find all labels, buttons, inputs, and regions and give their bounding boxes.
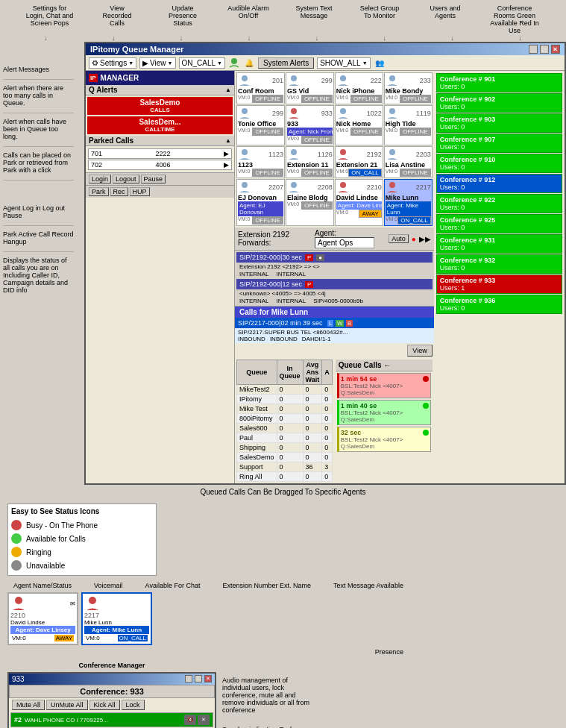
agent-cell-1119[interactable]: 1119 High Tide VM:0 OFFLINE xyxy=(384,105,433,145)
agent-cell-299[interactable]: 299 GS Vid VM:0 OFFLINE xyxy=(286,72,334,104)
settings-dropdown[interactable]: ⚙ Settings xyxy=(89,57,136,69)
view-dropdown[interactable]: ▶ View xyxy=(139,57,175,69)
barge-btn[interactable]: B xyxy=(346,320,353,327)
agent-cell-tonie[interactable]: 299 Tonie Office VM:0 OFFLINE xyxy=(236,105,285,145)
queue-row[interactable]: Shipping000 xyxy=(237,443,333,453)
logout-btn[interactable]: Logout xyxy=(113,175,139,183)
conf-room-932[interactable]: Conference # 932 Users: 0 xyxy=(436,254,562,274)
record-btn[interactable]: Rec xyxy=(110,187,128,196)
agent-cell-2217[interactable]: 2217 Mike Lunn Agent: Mike Lunn VM:0 ON_… xyxy=(384,179,433,226)
queue-row[interactable]: Support0363 xyxy=(237,462,333,472)
queue-row[interactable]: IPitomy000 xyxy=(237,395,333,404)
queued-call-1[interactable]: 1 min 54 se BSL:Test2 Nick <4007> Q:Sale… xyxy=(337,373,431,398)
conf-room-907[interactable]: Conference # 907 Users: 0 xyxy=(436,134,562,153)
agent-cell-2208[interactable]: 2208 Elaine Blodg VM:0 OFFLINE xyxy=(286,179,334,226)
agent-cell-222[interactable]: 222 Nick iPhone VM:0 OFFLINE xyxy=(335,72,383,104)
kick-btn-2[interactable]: ✕ xyxy=(198,715,210,725)
call-park-btn-2[interactable]: P xyxy=(305,281,313,288)
agent-cell-2210[interactable]: 2210 David Lindse Agent: Dave Linsey VM:… xyxy=(335,179,383,226)
whisper-btn[interactable]: W xyxy=(336,320,345,327)
call-rec-btn[interactable]: ● xyxy=(316,254,324,261)
conf-room-910[interactable]: Conference # 910 Users: 0 xyxy=(436,154,562,173)
conf-annotations: Audio management of individual users, lo… xyxy=(222,662,312,728)
maximize-button[interactable]: □ xyxy=(540,45,549,54)
queue-row[interactable]: Paul000 xyxy=(237,433,333,443)
conf-room-925[interactable]: Conference # 925 Users: 0 xyxy=(436,214,562,233)
conf-room-931[interactable]: Conference # 931 Users: 0 xyxy=(436,234,562,254)
agent-cell-933[interactable]: 933 933 Agent: Nick From|h... VM:0 OFFLI… xyxy=(286,105,334,145)
conf-room-903[interactable]: Conference # 903 Users: 0 xyxy=(436,113,562,133)
conf-room-936[interactable]: Conference # 936 Users: 0 xyxy=(436,295,562,314)
park-slot-2[interactable]: 702 4006 ▶ xyxy=(88,160,232,170)
mute-btn-2[interactable]: 🔇 xyxy=(184,715,196,725)
on-call-dropdown[interactable]: ON_CALL xyxy=(179,57,226,69)
close-button[interactable]: ✕ xyxy=(551,45,560,54)
queued-call-2[interactable]: 1 min 40 se BSL:Test2 Nick <4007> Q:Sale… xyxy=(337,400,431,425)
conf-max-btn[interactable]: □ xyxy=(195,675,202,682)
conf-room-912[interactable]: Conference # 912 Users: 0 xyxy=(436,174,562,193)
selected-call-row[interactable]: SIP/2217-000|02 min 39 sec L W B xyxy=(235,318,434,328)
call-row-2[interactable]: SIP/2192-000|12 sec P xyxy=(236,279,433,289)
agent-input[interactable] xyxy=(315,237,374,248)
queued-call-3[interactable]: 32 sec BSL:Test2 Nick <4007> Q:SalesDem xyxy=(337,427,431,452)
alarm-icon[interactable]: 🔔 xyxy=(243,57,255,69)
alert-item-1[interactable]: SalesDemo CALLS xyxy=(87,97,233,115)
svg-point-9 xyxy=(242,149,248,155)
kick-all-btn[interactable]: Kick All xyxy=(89,700,120,710)
conf-close-btn[interactable]: ✕ xyxy=(204,675,212,682)
ann-alert-messages: Alert Messages xyxy=(3,64,74,80)
parked-collapse[interactable]: ▲ xyxy=(225,137,231,144)
auto-btn[interactable]: Auto xyxy=(389,234,409,243)
queue-row[interactable]: SalesDemo000 xyxy=(237,453,333,462)
agent-cell-201[interactable]: 201 Conf Room VM:0 OFFLINE xyxy=(236,72,285,104)
agent-cell-2207[interactable]: 2207 EJ Donovan Agent: EJ Donovan VM:0 O… xyxy=(236,179,285,226)
presence-icon[interactable] xyxy=(228,57,240,69)
unmute-all-btn[interactable]: UnMute All xyxy=(46,700,88,710)
agent-card-2217[interactable]: 2217 Mike Lunn Agent: Mike Lunn VM:0 ON_… xyxy=(81,592,152,645)
alert-item-2[interactable]: SalesDem... CALLTIME xyxy=(87,116,233,134)
svg-point-6 xyxy=(291,108,297,114)
svg-point-11 xyxy=(340,149,346,155)
agent-cell-2192[interactable]: 2192 Extension 21 VM:0 ON_CALL xyxy=(335,146,383,178)
park-btn[interactable]: Park xyxy=(89,187,109,196)
view-button[interactable]: View xyxy=(407,345,432,357)
show-all-dropdown[interactable]: SHOW_ALL xyxy=(317,57,370,69)
queue-row[interactable]: MikeTest2000 xyxy=(237,385,333,395)
conf-min-btn[interactable]: _ xyxy=(185,675,192,682)
lock-btn[interactable]: Lock xyxy=(122,700,145,710)
agent-card-2210[interactable]: ✉ 2210 David Lindse Agent: Dave Linsey V… xyxy=(7,592,78,645)
agent-cell-233[interactable]: 233 Mike Bondy VM:0 OFFLINE xyxy=(384,72,433,104)
q-alerts-collapse[interactable]: ▲ xyxy=(225,87,231,93)
conf-room-933[interactable]: Conference # 933 Users: 1 xyxy=(436,274,562,294)
queue-row[interactable]: 800iPitomy000 xyxy=(237,414,333,424)
queue-row[interactable]: Sales800000 xyxy=(237,424,333,433)
conf-participant-2[interactable]: #2 WAHL PHONE CO I 7709225... 🔇 ✕ xyxy=(10,712,213,727)
conf-room-902[interactable]: Conference # 902 Users: 0 xyxy=(436,93,562,113)
users-icon[interactable]: 👥 xyxy=(374,57,386,69)
queue-row[interactable]: Ring All000 xyxy=(237,472,333,482)
q-alerts-items: SalesDemo CALLS SalesDem... CALLTIME xyxy=(86,97,234,134)
svg-point-3 xyxy=(340,75,346,81)
call-row-1[interactable]: SIP/2192-000|30 sec P ● xyxy=(236,252,433,263)
queue-calls-label: Queue Calls xyxy=(339,361,382,369)
agent-cell-1123[interactable]: 1123 1123 VM:0 OFFLINE xyxy=(236,146,285,178)
pause-btn[interactable]: Pause xyxy=(141,175,166,183)
agent-cell-1126[interactable]: 1126 Extension 11 VM:0 OFFLINE xyxy=(286,146,334,178)
queue-row[interactable]: Mike Test000 xyxy=(237,404,333,414)
agent-cell-2203[interactable]: 2203 Lisa Anstine VM:0 OFFLINE xyxy=(384,146,433,178)
mute-all-btn[interactable]: Mute All xyxy=(12,700,45,710)
conf-room-922[interactable]: Conference # 922 Users: 0 xyxy=(436,194,562,213)
park-slot-1[interactable]: 701 2222 ▶ xyxy=(88,148,232,159)
conf-room-901[interactable]: Conference # 901 Users: 0 xyxy=(436,73,562,92)
park-arrow-icon-2: ▶ xyxy=(224,161,229,169)
available-icon xyxy=(11,533,22,544)
agent-cell-1022[interactable]: 1022 Nick Home VM:0 OFFLINE xyxy=(335,105,383,145)
call-park-btn[interactable]: P xyxy=(305,254,313,261)
agent-2210-label: Agent: Dave Linsey xyxy=(336,201,382,210)
listen-btn[interactable]: L xyxy=(327,320,333,327)
login-btn[interactable]: Login xyxy=(89,175,111,183)
system-alerts-btn[interactable]: System Alerts xyxy=(258,57,314,69)
minimize-button[interactable]: _ xyxy=(529,45,538,54)
hangup-btn[interactable]: HUP xyxy=(130,187,150,196)
ringing-icon xyxy=(11,547,22,557)
